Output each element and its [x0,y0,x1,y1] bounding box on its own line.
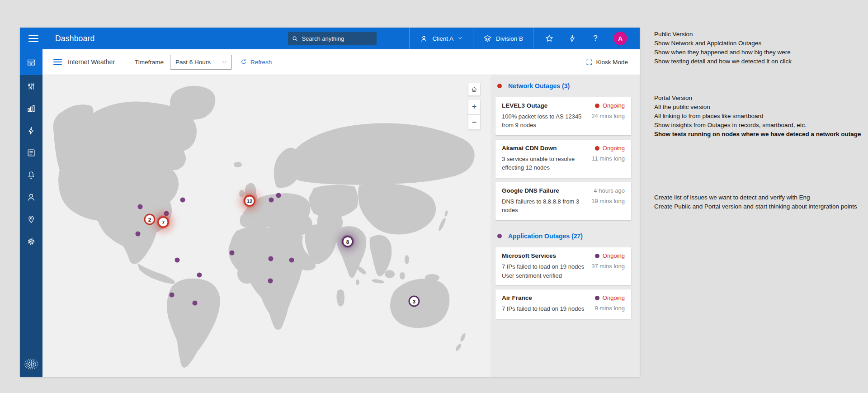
help-icon[interactable]: ? [590,33,600,43]
sidebar-item-settings[interactable] [20,230,42,252]
client-selector[interactable]: Client A [409,28,473,49]
sidebar-item-tuning[interactable] [20,75,42,97]
search-icon [292,35,298,42]
agent-dot [197,273,202,278]
outage-cluster-marker-3[interactable]: 3 [409,296,420,307]
lightning-icon [26,126,36,136]
gear-icon [26,237,36,246]
note-block: Public VersionShow Network and Applciati… [654,30,864,66]
dashboard-icon [26,57,36,67]
note-line: Create list of issues we want to detect … [654,193,864,202]
location-pin-icon [26,214,36,224]
ongoing-dot [595,296,599,300]
sidebar-item-agents[interactable] [20,208,42,230]
timeframe-label: Timeframe [135,59,164,66]
layers-icon [483,34,492,43]
sidebar-item-alerts[interactable] [20,164,42,186]
sidebar-item-reports[interactable] [20,97,42,119]
application-outages-title: Application Outages (27) [508,232,583,240]
sidebar-item-activity[interactable] [20,119,42,142]
avatar[interactable]: A [613,32,627,45]
card-duration: 24 mins long [591,112,625,119]
note-block: Create list of issues we want to detect … [654,193,864,211]
outage-cluster-marker-2[interactable]: 2 [144,214,156,225]
card-duration: 11 mins long [592,155,625,162]
note-line: Show Network and Applciation Outages [654,39,864,48]
card-description: 7 IPs failed to load on 19 nodes [502,304,589,313]
note-line: Show insights from Outages in records, s… [654,121,864,130]
outage-card[interactable]: Akamai CDN DownOngoing3 services unable … [495,140,631,178]
status-label: Ongoing [603,294,625,301]
search-box[interactable] [288,32,377,45]
note-line: Public Version [654,30,864,39]
card-extra-note: User sentiment verified [502,272,625,279]
network-outages-header[interactable]: Network Outages (3) [497,82,631,90]
outage-card[interactable]: Air FranceOngoing7 IPs failed to load on… [495,289,631,319]
status-badge: Ongoing [595,252,625,259]
chevron-down-icon [458,35,463,42]
sidebar-item-tests[interactable] [20,142,42,164]
kiosk-mode-button[interactable]: Kiosk Mode [586,59,628,66]
refresh-button[interactable]: Refresh [240,58,272,66]
search-input[interactable] [302,35,373,42]
division-label: Division B [496,35,523,42]
refresh-icon [240,58,247,66]
header-actions: ? A [533,28,640,49]
sidebar-item-users[interactable] [20,186,42,208]
star-icon[interactable] [544,33,554,43]
agent-dot [269,198,274,203]
app-window: Dashboard Client A Division B ? A [20,28,640,377]
card-duration: 9 mins long [595,304,625,312]
outage-cluster-marker-8[interactable]: 8 [342,236,354,247]
menu-icon[interactable] [28,35,38,42]
outage-card[interactable]: LEVEL3 OutageOngoing100% packet loss to … [495,97,631,135]
status-label: Ongoing [603,252,625,259]
application-status-dot [497,234,502,238]
status-badge: 4 hours ago [594,187,625,194]
sliders-icon [26,81,36,91]
status-label: 4 hours ago [594,187,625,194]
fullscreen-icon [586,59,593,66]
application-outages-header[interactable]: Application Outages (27) [497,232,631,240]
card-title: Air France [502,294,532,301]
network-outages-title: Network Outages (3) [508,82,570,90]
card-duration: 37 mins long [591,262,625,270]
map-home-button[interactable] [468,83,481,96]
outage-cluster-marker-7[interactable]: 7 [158,217,169,228]
agent-dot [180,198,185,203]
panel-menu-icon[interactable] [53,59,62,65]
status-badge: Ongoing [595,294,625,301]
agent-dot [193,301,198,306]
timeframe-select[interactable]: Past 6 Hours [170,55,232,70]
outage-cluster-marker-12[interactable]: 12 [244,195,255,207]
view-title: Internet Weather [68,58,115,66]
agent-dot [276,193,281,198]
lightning-icon[interactable] [567,33,577,43]
card-description: DNS failures to 8.8.8.8 from 3 nodes [502,197,589,214]
card-title: Microsoft Services [502,252,556,259]
client-label: Client A [432,35,453,42]
card-description: 7 IPs failed to load on 19 nodes [502,262,589,271]
zoom-out-button[interactable]: − [468,114,481,130]
outage-card[interactable]: Microsoft ServicesOngoing7 IPs failed to… [495,247,631,285]
note-line: Show testing detail and how we detected … [654,57,864,66]
map-overlay: 271283 [42,75,491,377]
ongoing-dot [595,146,599,151]
zoom-in-button[interactable]: + [468,99,481,114]
agent-dot [136,232,141,237]
ongoing-dot [595,104,599,108]
division-selector[interactable]: Division B [473,28,533,49]
timeframe-value: Past 6 Hours [175,59,222,66]
top-header: Dashboard Client A Division B ? A [20,28,640,49]
world-map[interactable]: 271283 + − [42,75,491,377]
card-description: 3 services unable to resolve effecting 1… [502,155,589,172]
annotation-notes: Public VersionShow Network and Applciati… [654,30,864,211]
outage-card[interactable]: Google DNS Failure4 hours agoDNS failure… [495,182,631,220]
ongoing-dot [595,254,599,258]
card-title: Akamai CDN Down [502,145,557,152]
sidebar-item-dashboard[interactable] [20,49,42,75]
note-line: Show when they happened and how big they… [654,48,864,57]
agent-dot [289,258,294,263]
agent-dot [164,211,169,216]
user-icon [26,192,36,202]
